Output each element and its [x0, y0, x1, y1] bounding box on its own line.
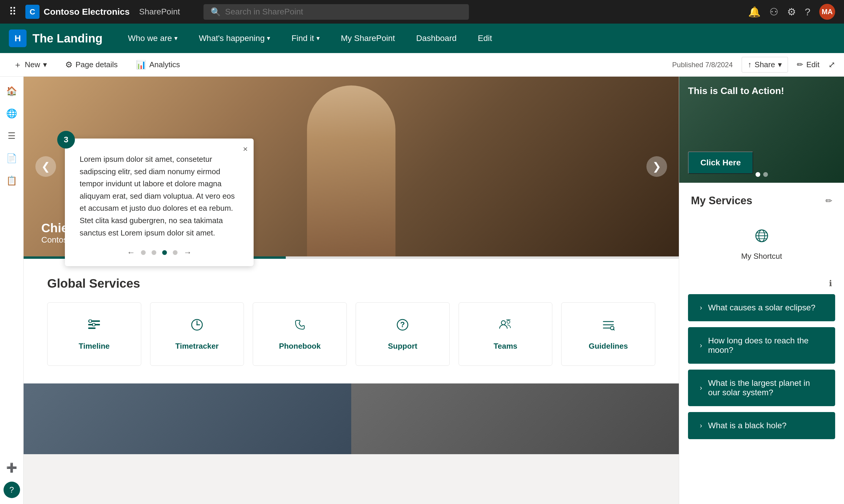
avatar[interactable]: MA: [819, 4, 835, 20]
nav-item-find-it[interactable]: Find it ▾: [281, 23, 330, 53]
chevron-right-icon: ›: [700, 304, 702, 312]
nav-items: Who we are ▾ What's happening ▾ Find it …: [117, 23, 503, 53]
faq-item-1[interactable]: › What causes a solar eclipse?: [688, 294, 835, 321]
pencil-icon: ✏: [797, 60, 803, 69]
timeline-label: Timeline: [79, 342, 110, 351]
hero-prev-button[interactable]: ❮: [35, 156, 56, 177]
search-box[interactable]: 🔍: [204, 4, 469, 20]
help-circle-icon[interactable]: ?: [3, 482, 20, 498]
click-here-button[interactable]: Click Here: [688, 151, 753, 174]
popup-next-arrow[interactable]: →: [183, 248, 192, 257]
service-item-timetracker[interactable]: Timetracker: [150, 302, 244, 366]
expand-button[interactable]: ⤢: [828, 60, 835, 70]
details-icon: ⚙: [65, 60, 73, 70]
timetracker-icon: [190, 318, 204, 336]
bottom-image-right: [351, 383, 679, 454]
teams-icon: [498, 318, 513, 336]
nav-item-dashboard[interactable]: Dashboard: [405, 23, 467, 53]
services-grid: Timeline Timetracker: [47, 302, 655, 366]
popup-nav: ← →: [80, 248, 239, 257]
search-icon: 🔍: [211, 7, 221, 17]
services-section: Global Services Timeline: [23, 259, 679, 383]
svg-point-12: [507, 320, 510, 323]
chevron-down-icon: ▾: [778, 60, 782, 69]
faq-section: › What causes a solar eclipse? › How lon…: [679, 291, 844, 442]
popup-dot-3: [162, 250, 167, 255]
site-icon: H: [9, 30, 27, 47]
popup-dot-4: [173, 250, 177, 255]
help-icon[interactable]: ?: [805, 6, 810, 18]
my-services-edit-button[interactable]: ✏: [825, 196, 832, 206]
hero-dot-1: [756, 172, 760, 177]
sidebar-icon-home[interactable]: 🏠: [3, 83, 20, 99]
ms-topbar: ⠿ C Contoso Electronics SharePoint 🔍 🔔 ⚇…: [0, 0, 844, 23]
nav-item-whats-happening[interactable]: What's happening ▾: [188, 23, 281, 53]
service-item-teams[interactable]: Teams: [459, 302, 552, 366]
popup-prev-arrow[interactable]: ←: [127, 248, 135, 257]
my-services-title: My Services: [691, 195, 752, 207]
sharepoint-label: SharePoint: [139, 7, 180, 17]
page-content: Chief Marketing Officer Contoso as Chief…: [23, 77, 679, 504]
sidebar-icon-list[interactable]: ☰: [3, 127, 20, 144]
published-label: Published 7/8/2024: [672, 61, 733, 69]
hero-next-button[interactable]: ❯: [646, 156, 667, 177]
sidebar-icon-add[interactable]: ➕: [3, 459, 20, 476]
service-item-timeline[interactable]: Timeline: [47, 302, 141, 366]
shortcut-globe-icon: [754, 228, 770, 248]
waffle-icon[interactable]: ⠿: [9, 5, 17, 18]
services-title: Global Services: [47, 276, 655, 291]
chevron-down-icon: ▾: [43, 60, 47, 69]
support-icon: ?: [395, 318, 410, 336]
svg-point-8: [196, 324, 198, 325]
sidebar-icon-document[interactable]: 📄: [3, 150, 20, 166]
svg-rect-3: [89, 320, 91, 322]
chevron-down-icon: ▾: [316, 35, 320, 42]
settings-icon[interactable]: ⚙: [787, 6, 796, 18]
svg-point-11: [501, 321, 506, 325]
nav-item-who-we-are[interactable]: Who we are ▾: [117, 23, 188, 53]
page-details-button[interactable]: ⚙ Page details: [60, 57, 122, 72]
site-title: The Landing: [32, 32, 103, 45]
faq-item-2[interactable]: › How long does to reach the moon?: [688, 327, 835, 364]
bottom-image-left: [23, 383, 351, 454]
share-icon: ↑: [748, 60, 752, 69]
share-button[interactable]: ↑ Share ▾: [742, 57, 788, 72]
plus-icon: ＋: [14, 59, 22, 70]
brand-icon: C: [25, 5, 39, 19]
search-input[interactable]: [225, 7, 462, 17]
shortcut-item[interactable]: My Shortcut: [691, 219, 832, 270]
service-item-support[interactable]: ? Support: [356, 302, 450, 366]
support-label: Support: [388, 342, 418, 351]
edit-button[interactable]: ✏ Edit: [797, 60, 820, 69]
faq-item-4[interactable]: › What is a black hole?: [688, 412, 835, 439]
sp-navbar: H The Landing Who we are ▾ What's happen…: [0, 23, 844, 53]
hero-popup: 3 × Lorem ipsum dolor sit amet, consetet…: [65, 139, 253, 266]
timetracker-label: Timetracker: [175, 342, 219, 351]
phonebook-label: Phonebook: [279, 342, 321, 351]
analytics-icon: 📊: [136, 60, 146, 70]
service-item-phonebook[interactable]: Phonebook: [253, 302, 347, 366]
sidebar-icon-globe[interactable]: 🌐: [3, 105, 20, 122]
chevron-down-icon: ▾: [174, 35, 177, 42]
chevron-right-icon: ›: [700, 421, 702, 430]
shortcut-label: My Shortcut: [741, 252, 782, 261]
share-network-icon[interactable]: ⚇: [769, 6, 778, 18]
main-content: 🏠 🌐 ☰ 📄 📋 ➕ ? Chief Marketing Officer Co…: [0, 77, 844, 504]
svg-line-18: [613, 329, 614, 330]
sidebar-icon-notes[interactable]: 📋: [3, 172, 20, 188]
right-hero: This is Call to Action! Click Here: [679, 77, 844, 183]
service-item-guidelines[interactable]: Guidelines: [561, 302, 655, 366]
chevron-right-icon: ›: [700, 384, 702, 392]
svg-text:?: ?: [400, 320, 405, 329]
analytics-button[interactable]: 📊 Analytics: [131, 57, 184, 72]
action-bar-right: Published 7/8/2024 ↑ Share ▾ ✏ Edit ⤢: [672, 57, 835, 72]
notification-icon[interactable]: 🔔: [748, 6, 760, 18]
info-button[interactable]: ℹ: [679, 275, 844, 291]
right-panel: This is Call to Action! Click Here My Se…: [679, 77, 844, 504]
nav-item-edit[interactable]: Edit: [467, 23, 503, 53]
new-button[interactable]: ＋ New ▾: [9, 56, 52, 73]
popup-dot-1: [141, 250, 146, 255]
popup-close-button[interactable]: ×: [243, 144, 248, 154]
nav-item-my-sharepoint[interactable]: My SharePoint: [330, 23, 406, 53]
faq-item-3[interactable]: › What is the largest planet in our sola…: [688, 370, 835, 406]
